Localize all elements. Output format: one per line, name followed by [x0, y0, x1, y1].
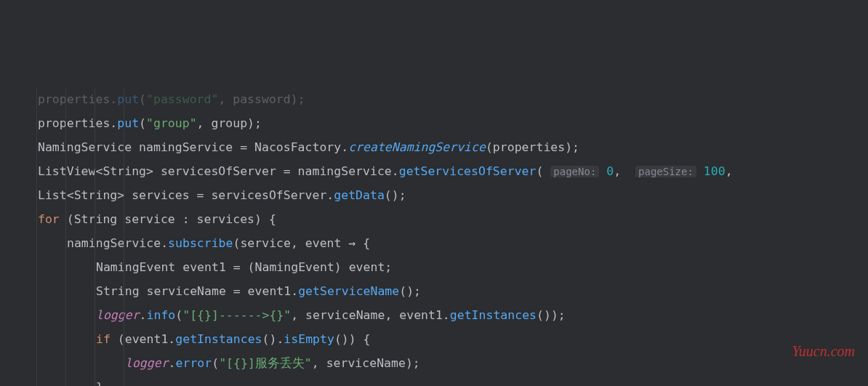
code-token: (event1. [118, 332, 175, 346]
code-token: (service, event → { [233, 236, 370, 250]
indent-guide [124, 87, 124, 386]
code-token: ( [212, 356, 219, 370]
code-token: getServiceName [298, 284, 399, 298]
code-token: getData [334, 188, 385, 202]
code-token: 0 [606, 164, 614, 178]
code-token: , serviceName); [312, 356, 420, 370]
code-token: "[{}]------>{}" [182, 308, 291, 322]
code-token: pageNo: [550, 166, 599, 177]
code-line[interactable]: List<String> services = servicesOfServer… [9, 183, 868, 207]
code-token: info [147, 308, 176, 322]
code-token: put [117, 92, 139, 106]
code-line[interactable]: properties.put("group", group); [9, 111, 868, 135]
code-token: subscribe [168, 236, 233, 250]
code-line[interactable]: ListView<String> servicesOfServer = nami… [9, 159, 868, 183]
code-token: String serviceName = event1. [96, 284, 298, 298]
code-token: "password" [146, 92, 218, 106]
code-token: ( [175, 308, 182, 322]
code-token: "[{}]服务丢失" [219, 356, 312, 370]
code-token: createNamingService [348, 140, 486, 154]
indent-guide [65, 87, 66, 386]
code-line[interactable]: for (String service : services) { [9, 207, 868, 231]
code-token: , password); [218, 92, 305, 106]
code-token: if [96, 332, 118, 346]
code-token: put [117, 116, 139, 130]
code-token: getServicesOfServer [399, 164, 537, 178]
code-token: properties. [38, 116, 117, 130]
code-token: , serviceName, event1. [291, 308, 450, 322]
code-token: namingService. [67, 236, 168, 250]
code-token [599, 164, 606, 178]
code-token: getInstances [450, 308, 537, 322]
code-token: , [726, 164, 733, 178]
code-token: . [169, 356, 176, 370]
code-token: logger [96, 308, 140, 322]
code-token: ( [536, 164, 550, 178]
indent-guide [36, 87, 37, 386]
code-token: "group" [146, 116, 197, 130]
code-editor[interactable]: properties.put("password", password);pro… [0, 87, 868, 386]
code-token: ()); [537, 308, 566, 322]
code-token: ListView<String> servicesOfServer = nami… [38, 164, 399, 178]
code-line[interactable]: logger.info("[{}]------>{}", serviceName… [9, 303, 868, 327]
code-token [696, 164, 704, 178]
code-token: , group); [197, 116, 262, 130]
code-line[interactable]: logger.error("[{}]服务丢失", serviceName); [9, 351, 868, 375]
code-token: (); [399, 284, 421, 298]
code-token: NamingService namingService = NacosFacto… [38, 140, 348, 154]
code-token: pageSize: [635, 166, 696, 177]
indent-guide [95, 87, 95, 386]
code-line[interactable]: properties.put("password", password); [9, 87, 868, 111]
code-token: (properties); [486, 140, 579, 154]
code-line[interactable]: } [9, 375, 868, 386]
code-token: for [38, 212, 67, 226]
code-token: properties. [38, 92, 117, 106]
code-token: 100 [704, 164, 726, 178]
code-token: getInstances [175, 332, 262, 346]
code-token: isEmpty [284, 332, 334, 346]
code-token: (); [385, 188, 406, 202]
code-token: ( [139, 116, 146, 130]
code-token: (). [262, 332, 284, 346]
code-token: logger [125, 356, 169, 370]
code-token: } [96, 380, 103, 386]
code-token: NamingEvent event1 = (NamingEvent) event… [96, 260, 392, 274]
code-line[interactable]: NamingService namingService = NacosFacto… [9, 135, 868, 159]
code-token: List<String> services = servicesOfServer… [38, 188, 334, 202]
code-token: , [614, 164, 635, 178]
code-token: error [176, 356, 212, 370]
code-line[interactable]: NamingEvent event1 = (NamingEvent) event… [9, 255, 868, 279]
code-line[interactable]: namingService.subscribe(service, event →… [9, 231, 868, 255]
code-token: ()) { [334, 332, 371, 346]
code-line[interactable]: if (event1.getInstances().isEmpty()) { [9, 327, 868, 351]
code-token: ( [139, 92, 146, 106]
code-token: . [140, 308, 147, 322]
watermark-text: Yuucn.com [792, 337, 855, 366]
code-token: (String service : services) { [67, 212, 276, 226]
code-line[interactable]: String serviceName = event1.getServiceNa… [9, 279, 868, 303]
